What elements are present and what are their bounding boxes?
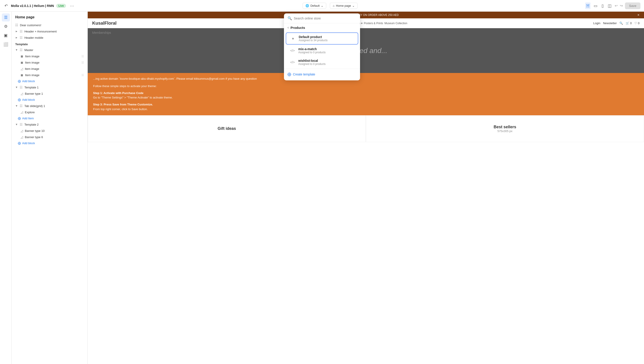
code-icon: </> — [289, 48, 296, 54]
steps-intro: Follow these simple steps to activate yo… — [93, 84, 639, 89]
preview-frame: SH... | FREE DELIVERY ON ORDER ABOVE 250… — [88, 12, 644, 364]
product-item-wishlist[interactable]: </> wishlist-local Assigned to 0 product… — [286, 57, 358, 68]
add-block-button-master[interactable]: ⨁ Add block — [12, 78, 88, 84]
preview-content: SH... | FREE DELIVERY ON ORDER ABOVE 250… — [88, 12, 644, 364]
share-button[interactable]: ◫ — [607, 3, 612, 9]
sidebar-item-image-2[interactable]: ◼ Item image 👁⃒ — [12, 59, 88, 66]
add-item-label: Add Item — [22, 117, 34, 120]
sidebar-item-image-1[interactable]: ◼ Item image 👁⃒ — [12, 53, 88, 59]
preview-area: SH... | FREE DELIVERY ON ORDER ABOVE 250… — [88, 12, 644, 364]
item-label: Banner type 10 — [25, 129, 84, 133]
chevron-down-icon: ▼ — [15, 86, 18, 89]
desktop-view-button[interactable]: ☵ — [585, 3, 590, 9]
store-hero: Memberships Limited and... — [88, 28, 644, 73]
template-icon: ☷ — [20, 123, 22, 126]
product-item-mix[interactable]: </> mix-a-match Assigned to 0 products — [286, 45, 358, 56]
master-icon: ☷ — [20, 48, 22, 52]
sidebar-item-dear-customers[interactable]: ☷ Dear customers! — [12, 22, 88, 28]
chevron-down-icon: ▼ — [15, 123, 18, 126]
left-panel: Home page ☷ Dear customers! ► ☷ Header +… — [12, 12, 88, 364]
topbar: ↶ Molla v2.0.1.1 | Helium | RMN Live ⋯ 🌐… — [0, 0, 644, 12]
tabslide-icon: ☷ — [20, 104, 22, 108]
close-announcement-btn[interactable]: ✕ — [637, 14, 640, 17]
sidebar-item-template2[interactable]: ▼ ☷ Template 2 — [12, 121, 88, 128]
page-label: Home page — [336, 4, 351, 8]
add-block-label: Add block — [22, 142, 35, 145]
mobile-view-button[interactable]: ▯ — [600, 3, 604, 9]
blocks-icon-btn[interactable]: ⬜ — [2, 40, 10, 48]
search-input[interactable] — [294, 17, 356, 20]
add-block-button-template2[interactable]: ⨁ Add block — [12, 140, 88, 146]
product-name: Default product — [299, 35, 354, 39]
item-label: Explore — [25, 111, 84, 114]
topbar-center: 🌐 Default ⌄ ⌂ Home page ⌄ — [78, 3, 582, 9]
item-label: Template 1 — [24, 86, 84, 89]
sidebar-item-banner6[interactable]: ◿ Banner type 6 — [12, 134, 88, 140]
panel-title: Home page — [12, 14, 88, 22]
back-arrow-icon[interactable]: ‹ — [288, 26, 289, 30]
tablet-view-button[interactable]: ▭ — [593, 3, 598, 9]
hero-label: Memberships — [92, 31, 111, 35]
search-icon: 🔍 — [288, 16, 292, 20]
sidebar-item-tabslide1[interactable]: ▼ ☷ Tab slide(grid) 1 — [12, 103, 88, 109]
eye-striked-icon: 👁⃒ — [82, 73, 84, 77]
add-block-button-template1[interactable]: ⨁ Add block — [12, 97, 88, 103]
template-icon: ☷ — [20, 86, 22, 89]
sidebar-item-explore[interactable]: ◿ Explore — [12, 109, 88, 115]
page-selector[interactable]: ⌂ Home page ⌄ — [330, 3, 358, 9]
image-icon: ◿ — [20, 67, 23, 71]
item-label: Banner type 6 — [25, 135, 84, 139]
settings-icon-btn[interactable]: ⚙ — [2, 22, 10, 31]
add-block-label: Add block — [22, 98, 35, 101]
apps-icon-btn[interactable]: ▣ — [2, 31, 10, 39]
redo-button[interactable]: ↪ — [620, 4, 623, 8]
sidebar-item-image-4[interactable]: ◼ Item image 👁⃒ — [12, 72, 88, 78]
image-icon: ◼ — [20, 61, 23, 64]
back-button[interactable]: ↶ — [4, 3, 9, 9]
store-notice: ...ing active domain `louvre-boutique-ab… — [88, 73, 644, 115]
grid-size-label: 575x305 px — [494, 129, 516, 133]
add-block-label: Add block — [22, 80, 35, 83]
item-label: Master — [24, 48, 84, 52]
step1-title: Step 1: Activate with Purchase Code — [93, 91, 639, 96]
topbar-left: ↶ Molla v2.0.1.1 | Helium | RMN Live ⋯ — [4, 3, 75, 9]
sidebar-item-banner1[interactable]: ◿ Banner type 1 — [12, 91, 88, 97]
item-label: Template 2 — [24, 123, 84, 126]
banner-icon: ◿ — [20, 135, 23, 139]
image-icon: ◼ — [20, 54, 23, 58]
chevron-right-icon: ► — [15, 30, 18, 33]
app-title: Molla v2.0.1.1 | Helium | RMN — [11, 4, 54, 8]
globe-icon: 🌐 — [306, 4, 309, 8]
save-button[interactable]: Save — [625, 3, 640, 9]
add-item-button[interactable]: ⨁ Add Item — [12, 115, 88, 121]
section-icon: ☷ — [20, 36, 22, 39]
item-label: Item image — [25, 74, 80, 77]
product-item-default[interactable]: ★ Default product Assigned to 34 product… — [286, 33, 358, 45]
step3-title: Step 3: Press Save from Theme Customize. — [93, 102, 639, 107]
theme-selector[interactable]: 🌐 Default ⌄ — [302, 3, 326, 9]
home-icon: ⌂ — [333, 4, 334, 8]
grid-item-bestsellers: Best sellers 575x305 px — [366, 115, 644, 142]
search-box: 🔍 — [284, 14, 360, 23]
sidebar-item-image-3[interactable]: ◿ Item image — [12, 66, 88, 72]
eye-striked-icon: 👁⃒ — [82, 61, 84, 64]
item-label: Tab slide(grid) 1 — [24, 104, 84, 108]
undo-button[interactable]: ↩ — [615, 4, 618, 8]
item-label: Item image — [25, 55, 80, 58]
sidebar-item-template1[interactable]: ▼ ☷ Template 1 — [12, 84, 88, 91]
create-template-button[interactable]: ⨁ Create template — [284, 70, 360, 79]
sidebar-item-header-mobile[interactable]: ► ☷ Header mobile — [12, 35, 88, 41]
plus-icon: ⨁ — [18, 117, 21, 120]
sidebar-item-header-announcement[interactable]: ► ☷ Header + Announcement — [12, 28, 88, 35]
section-icon: ☷ — [20, 30, 22, 33]
sidebar-item-master[interactable]: ▼ ☷ Master — [12, 47, 88, 53]
chevron-down-icon: ⌄ — [321, 4, 323, 8]
item-label: Item image — [25, 67, 84, 71]
plus-circle-icon: ⨁ — [288, 72, 291, 76]
more-button[interactable]: ⋯ — [69, 3, 75, 9]
layers-icon-btn[interactable]: ☰ — [2, 14, 10, 22]
dropdown-header: ‹ Products — [284, 23, 360, 32]
sidebar-item-banner10[interactable]: ◿ Banner type 10 — [12, 128, 88, 134]
chevron-right-icon: ► — [15, 36, 18, 39]
banner-icon: ◿ — [20, 92, 23, 95]
